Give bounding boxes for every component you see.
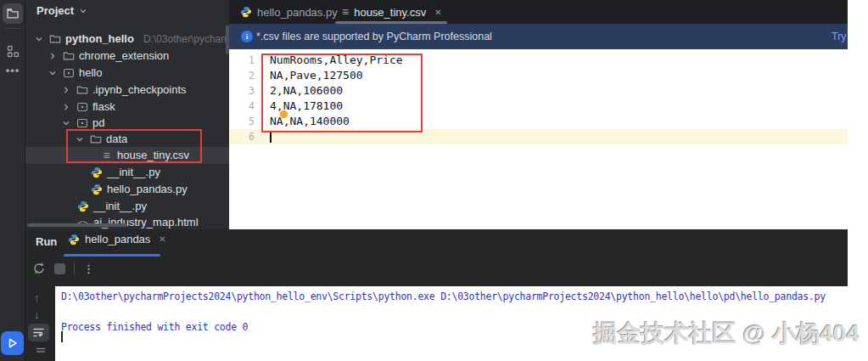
stop-button[interactable] (54, 263, 65, 274)
tab-label: hello_pandas.py (257, 6, 338, 19)
project-tool-button[interactable] (3, 3, 23, 24)
csv-file-icon: ≡ (342, 6, 349, 18)
banner-action-link[interactable]: Try (832, 31, 847, 42)
line-number: 6 (229, 129, 255, 144)
folder-icon (48, 33, 61, 46)
kebab-menu-icon[interactable]: ⋮ (83, 262, 94, 275)
folder-icon (76, 84, 88, 97)
tree-item-label: python_hello (65, 31, 134, 48)
chevron-down-icon (79, 7, 87, 15)
soft-wrap-button[interactable] (28, 324, 49, 341)
tree-item-init-py-2[interactable]: __init__.py (76, 198, 147, 215)
tree-item-ai-industry-map-html[interactable]: <> ai_industry_map.html (76, 214, 199, 229)
python-file-icon (240, 6, 252, 18)
chevron-down-icon (34, 34, 44, 44)
close-icon[interactable]: ✕ (434, 8, 441, 17)
run-active-tab-underline (64, 254, 160, 257)
tree-item-hello-pandas-py[interactable]: hello_pandas.py (90, 181, 188, 198)
chevron-down-icon (61, 118, 71, 128)
prev-occurrence-icon[interactable]: ↑ (34, 291, 40, 304)
stripe-divider (5, 28, 20, 29)
close-icon[interactable]: ✕ (159, 234, 165, 244)
folder-icon (62, 50, 75, 63)
folder-icon (89, 133, 102, 146)
tree-item-label: flask (92, 99, 115, 116)
pycharm-window: ••• Project python_hello D:\03other\pych… (0, 0, 868, 361)
tree-vertical-scrollbar[interactable] (226, 25, 229, 54)
tab-hello-pandas-py[interactable]: hello_pandas.py (240, 0, 338, 24)
tree-item-label: chrome_extension (79, 48, 169, 65)
code-line-current: 6 (229, 129, 848, 144)
next-occurrence-icon[interactable]: ↓ (34, 308, 40, 321)
console-caret (61, 331, 63, 342)
chevron-down-icon (48, 68, 58, 78)
csv-file-icon: ≡ (100, 149, 113, 162)
tree-item-label: __init__.py (107, 164, 160, 181)
intention-bulb-icon[interactable] (280, 110, 288, 118)
tool-window-stripe: ••• (0, 0, 25, 361)
editor-content[interactable]: 1NumRooms,Alley,Price 2NA,Pave,127500 32… (229, 49, 848, 229)
tab-house-tiny-csv[interactable]: ≡ house_tiny.csv ✕ (342, 0, 442, 24)
code-line: 5NA,NA,140000 (229, 114, 848, 129)
project-panel-title: Project (36, 4, 74, 17)
watermark-text: 掘金技术社区 @ 小杨404 (593, 318, 860, 350)
project-panel: Project python_hello D:\03other\pycharmP… (25, 0, 229, 229)
line-number: 4 (229, 99, 255, 114)
editor-caret (270, 131, 272, 143)
code-text: 2,NA,106000 (270, 83, 343, 99)
run-tool-button[interactable] (1, 331, 24, 355)
line-number: 2 (229, 68, 255, 83)
chevron-right-icon (61, 102, 71, 112)
structure-tool-button[interactable] (3, 41, 23, 61)
tree-item-label: __init__.py (93, 198, 147, 215)
python-file-icon (90, 166, 103, 179)
tree-item-init-py[interactable]: __init__.py (90, 164, 160, 181)
package-icon (62, 67, 75, 80)
tree-item-python-hello[interactable]: python_hello D:\03other\pycharmProje (34, 31, 229, 48)
tree-item-label: .ipynb_checkpoints (92, 82, 187, 99)
tree-horizontal-scrollbar[interactable] (27, 223, 127, 227)
code-text: NA,Pave,127500 (270, 68, 363, 83)
folder-icon (6, 7, 20, 20)
python-file-icon (90, 183, 103, 196)
rerun-button[interactable] (32, 262, 46, 275)
tree-item-path: D:\03other\pycharmProje (143, 33, 229, 45)
more-tool-windows-button[interactable]: ••• (3, 59, 23, 80)
tree-item-label: ai_industry_map.html (93, 214, 199, 229)
python-file-icon (68, 234, 80, 245)
package-icon (76, 101, 88, 114)
more-icon: ••• (6, 64, 20, 76)
line-number: 5 (229, 114, 255, 129)
run-toolbar: ⋮ (32, 262, 94, 275)
structure-icon (7, 45, 20, 58)
toolbar-divider (74, 262, 75, 275)
tree-item-chrome-extension[interactable]: chrome_extension (48, 48, 169, 65)
tree-item-label: hello (79, 65, 102, 82)
banner-text: *.csv files are supported by PyCharm Pro… (256, 31, 492, 42)
code-text: NumRooms,Alley,Price (270, 53, 403, 68)
line-number: 1 (229, 53, 255, 68)
tree-item-ipynb-checkpoints[interactable]: .ipynb_checkpoints (61, 82, 187, 99)
run-panel-title[interactable]: Run (36, 235, 57, 248)
tree-item-label: data (106, 131, 127, 148)
code-line: 1NumRooms,Alley,Price (229, 53, 848, 68)
console-command-line: D:\03other\pycharmProjects2024\python_he… (61, 290, 826, 302)
tree-item-hello[interactable]: hello (48, 65, 102, 82)
tree-item-label: pd (92, 115, 104, 132)
code-line: 32,NA,106000 (229, 83, 848, 99)
code-line: 44,NA,178100 (229, 99, 848, 114)
run-tab-hello-pandas[interactable]: hello_pandas ✕ (68, 233, 166, 245)
package-icon (76, 117, 88, 130)
tree-item-label: house_tiny.csv (117, 147, 189, 164)
tree-item-pd[interactable]: pd (61, 115, 104, 132)
tree-item-flask[interactable]: flask (61, 99, 115, 116)
chevron-right-icon (48, 51, 58, 61)
tree-item-house-tiny-csv[interactable]: ≡ house_tiny.csv (25, 147, 229, 164)
scroll-to-end-icon[interactable] (36, 347, 46, 356)
line-number: 3 (229, 83, 255, 99)
python-file-icon (76, 200, 89, 213)
chevron-right-icon (61, 85, 71, 95)
tree-item-label: hello_pandas.py (107, 181, 188, 198)
tree-item-data[interactable]: data (75, 131, 127, 148)
project-panel-header[interactable]: Project (36, 4, 87, 17)
